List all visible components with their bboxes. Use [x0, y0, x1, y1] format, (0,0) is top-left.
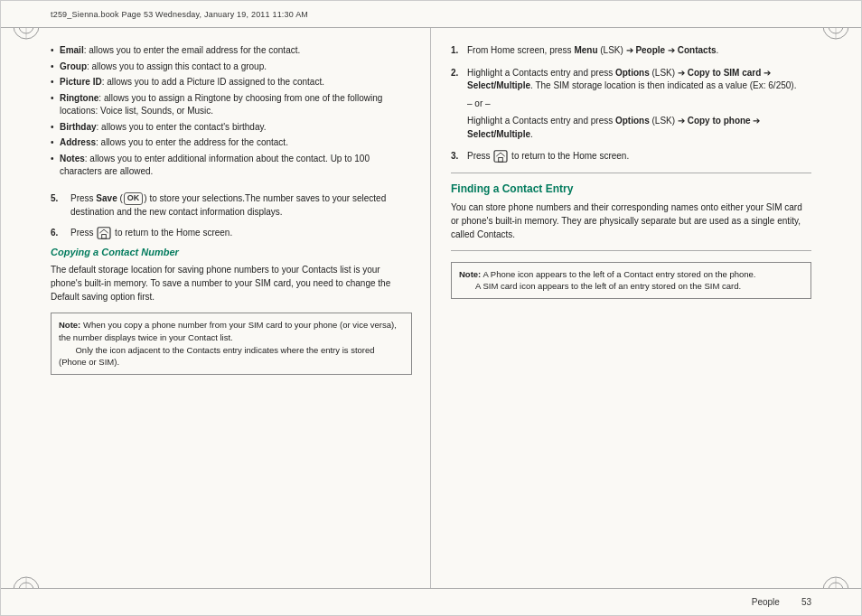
right-column: 1. From Home screen, press Menu (LSK) ➔ … [431, 28, 861, 588]
page-container: t259_Sienna.book Page 53 Wednesday, Janu… [0, 0, 862, 616]
step-5-number: 5. [51, 191, 70, 219]
home-icon-step6 [97, 227, 111, 239]
finding-section-heading: Finding a Contact Entry [451, 182, 811, 195]
list-item-notes: Notes: allows you to enter additional in… [51, 153, 412, 179]
svg-rect-23 [499, 158, 503, 163]
step-6-number: 6. [51, 226, 70, 239]
divider [451, 173, 811, 173]
finding-body-paragraph: You can store phone numbers and their co… [451, 201, 811, 241]
right-step-2-content: Highlight a Contacts entry and press Opt… [467, 67, 811, 142]
right-step-1-content: From Home screen, press Menu (LSK) ➔ Peo… [467, 44, 811, 58]
finding-note-box: Note: A Phone icon appears to the left o… [451, 262, 811, 300]
content-area: Email: allows you to enter the email add… [1, 28, 861, 588]
list-item-address: Address: allows you to enter the address… [51, 136, 412, 150]
left-column: Email: allows you to enter the email add… [1, 28, 431, 588]
copying-section-heading: Copying a Contact Number [51, 247, 412, 257]
note-label: Note: [59, 320, 80, 330]
right-step-1: 1. From Home screen, press Menu (LSK) ➔ … [451, 44, 811, 58]
right-step-3-content: Press to return to the Home screen. [467, 150, 811, 163]
or-separator: – or – [467, 98, 811, 111]
step-5-content: Press Save (OK) to store your selections… [70, 191, 412, 219]
footer-section-label: People [752, 597, 780, 607]
footer-bar: People 53 [1, 588, 861, 615]
header-title: t259_Sienna.book Page 53 Wednesday, Janu… [51, 10, 308, 19]
bullet-list: Email: allows you to enter the email add… [51, 44, 412, 179]
right-steps-list: 1. From Home screen, press Menu (LSK) ➔ … [451, 44, 811, 163]
step-6: 6. Press to return to the Home screen. [51, 226, 412, 239]
list-item-ringtone: Ringtone: allows you to assign a Rington… [51, 92, 412, 118]
divider-2 [451, 250, 811, 251]
header-bar: t259_Sienna.book Page 53 Wednesday, Janu… [1, 1, 861, 28]
right-step-3-number: 3. [451, 150, 467, 163]
svg-rect-21 [102, 235, 107, 239]
home-icon-step3 [493, 150, 508, 163]
ok-button-icon: OK [124, 192, 144, 205]
list-item-group: Group: allows you to assign this contact… [51, 61, 412, 74]
copying-body-paragraph: The default storage location for saving … [51, 263, 412, 303]
list-item-birthday: Birthday: allows you to enter the contac… [51, 121, 412, 135]
finding-note-label: Note: [459, 269, 481, 279]
right-step-2-number: 2. [451, 67, 467, 142]
list-item-email: Email: allows you to enter the email add… [51, 44, 412, 58]
right-step-2: 2. Highlight a Contacts entry and press … [451, 67, 811, 142]
step-5: 5. Press Save (OK) to store your selecti… [51, 191, 412, 219]
copying-note-box: Note: When you copy a phone number from … [51, 313, 412, 375]
step-6-content: Press to return to the Home screen. [70, 226, 412, 239]
right-step-1-number: 1. [451, 44, 467, 58]
footer-page-number: 53 [801, 597, 811, 607]
right-step-3: 3. Press to return to the Home screen. [451, 150, 811, 163]
list-item-pictureid: Picture ID: allows you to add a Picture … [51, 76, 412, 89]
